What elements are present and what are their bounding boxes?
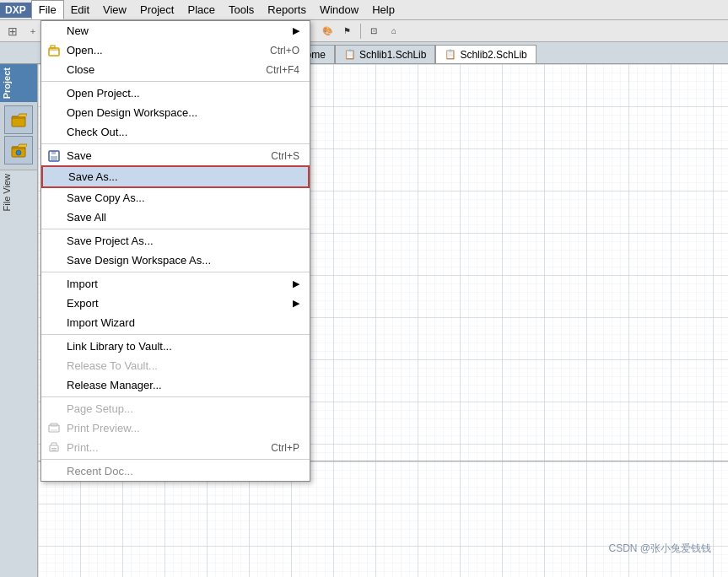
open-icon	[46, 43, 62, 58]
toolbar-home[interactable]: ⌂	[385, 22, 403, 40]
project-menu[interactable]: Project	[133, 0, 181, 19]
toolbar-btn1[interactable]: ⊞	[3, 22, 22, 40]
menu-save-copy-as[interactable]: Save Copy As...	[41, 188, 310, 208]
import-arrow: ▶	[293, 278, 299, 289]
sidebar-icon-1[interactable]	[4, 105, 33, 134]
menu-new[interactable]: New ▶	[41, 21, 310, 40]
tools-menu[interactable]: Tools	[222, 0, 261, 19]
menu-bar: DXP File Edit View Project Place Tools R…	[0, 0, 728, 20]
menu-open[interactable]: Open... Ctrl+O	[41, 40, 310, 60]
sidebar-icons	[0, 102, 37, 168]
sep4	[41, 272, 310, 272]
menu-release-vault[interactable]: Release To Vault...	[41, 356, 310, 375]
toolbar-btn2[interactable]: +	[24, 22, 42, 40]
menu-print-preview[interactable]: Print Preview...	[41, 418, 310, 438]
dxp-menu[interactable]: DXP	[0, 3, 31, 18]
left-sidebar: Project File View	[0, 64, 38, 577]
menu-import-wizard[interactable]: Import Wizard	[41, 313, 310, 332]
menu-open-workspace[interactable]: Open Design Workspace...	[41, 103, 310, 122]
toolbar-view[interactable]: ⊡	[364, 22, 383, 40]
menu-save-all[interactable]: Save All	[41, 208, 310, 227]
sep6	[41, 396, 310, 397]
save-icon	[46, 148, 62, 164]
svg-rect-1	[51, 46, 55, 48]
menu-save[interactable]: Save Ctrl+S	[41, 146, 310, 165]
schlib2-tab-icon: 📋	[445, 49, 456, 60]
file-menu[interactable]: File	[31, 0, 64, 19]
tab-schlib1[interactable]: 📋 Schlib1.SchLib	[335, 45, 435, 63]
help-menu[interactable]: Help	[365, 0, 402, 19]
menu-page-setup[interactable]: Page Setup...	[41, 399, 310, 418]
menu-import[interactable]: Import ▶	[41, 274, 310, 294]
sep3	[41, 229, 310, 229]
svg-point-12	[16, 150, 21, 155]
watermark: CSDN @张小兔爱钱钱	[608, 542, 711, 556]
menu-checkout[interactable]: Check Out...	[41, 122, 310, 142]
reports-menu[interactable]: Reports	[261, 0, 313, 19]
menu-recent[interactable]: Recent Doc...	[41, 461, 310, 481]
submenu-arrow: ▶	[293, 25, 299, 36]
sep2	[41, 143, 310, 144]
sep7	[41, 459, 310, 460]
svg-rect-8	[51, 448, 57, 449]
svg-rect-9	[51, 450, 57, 450]
svg-rect-4	[51, 151, 56, 154]
menu-save-workspace-as[interactable]: Save Design Workspace As...	[41, 251, 310, 270]
window-menu[interactable]: Window	[313, 0, 365, 19]
menu-close[interactable]: Close Ctrl+F4	[41, 60, 310, 79]
schlib1-tab-icon: 📋	[344, 49, 356, 60]
menu-open-project[interactable]: Open Project...	[41, 84, 310, 103]
menu-export[interactable]: Export ▶	[41, 294, 310, 313]
sidebar-icon-2[interactable]	[4, 136, 33, 164]
edit-menu[interactable]: Edit	[64, 0, 96, 19]
project-panel-tab[interactable]: Project	[0, 64, 37, 102]
toolbar-color[interactable]: 🎨	[318, 22, 337, 40]
export-arrow: ▶	[293, 298, 299, 309]
sep5	[41, 334, 310, 335]
file-view-tab[interactable]: File View	[0, 170, 37, 577]
menu-save-as[interactable]: Save As...	[41, 165, 310, 188]
sep1	[41, 81, 310, 82]
printer-icon	[46, 440, 62, 456]
file-dropdown: New ▶ Open... Ctrl+O Close Ctrl+F4 Open …	[40, 20, 310, 482]
menu-save-project-as[interactable]: Save Project As...	[41, 231, 310, 251]
menu-print[interactable]: Print... Ctrl+P	[41, 438, 310, 457]
tab-schlib2[interactable]: 📋 Schlib2.SchLib	[435, 45, 536, 63]
toolbar-sep4	[360, 24, 361, 39]
menu-release-manager[interactable]: Release Manager...	[41, 375, 310, 395]
svg-rect-6	[51, 429, 57, 431]
menu-link-library[interactable]: Link Library to Vault...	[41, 337, 310, 356]
svg-rect-0	[49, 48, 59, 56]
print-preview-icon	[46, 421, 62, 436]
place-menu[interactable]: Place	[181, 0, 222, 19]
toolbar-flag[interactable]: ⚑	[338, 22, 357, 40]
svg-rect-3	[51, 156, 57, 160]
view-menu[interactable]: View	[96, 0, 133, 19]
